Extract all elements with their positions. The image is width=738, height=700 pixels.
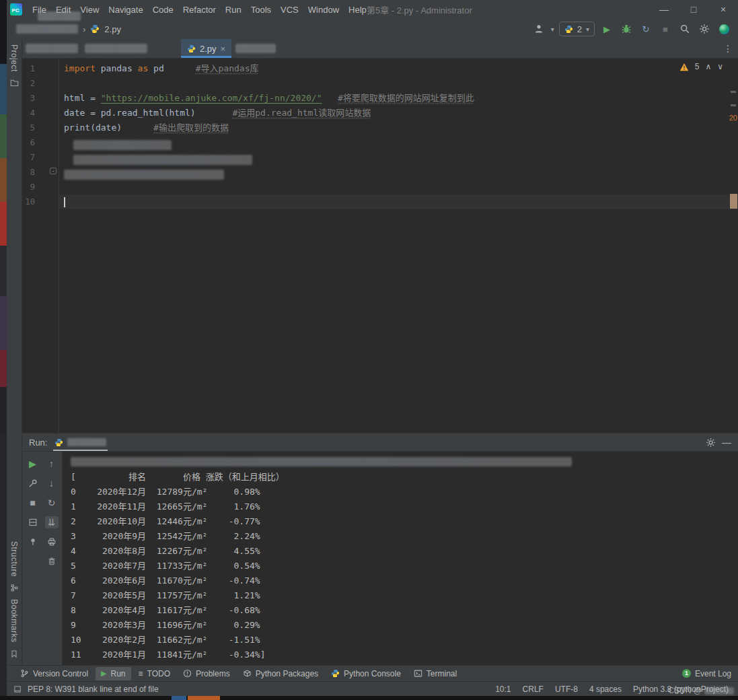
- code-text: html =: [64, 93, 101, 103]
- python-console-icon: [331, 669, 340, 678]
- branch-icon: [20, 669, 29, 678]
- code-redaction: [73, 155, 252, 165]
- code-area[interactable]: import pandas as pd #导入pandas库 html = "h…: [59, 59, 738, 433]
- editor[interactable]: 12345678910 - import pandas as pd #导入pan…: [22, 59, 738, 433]
- watermark-redaction: [704, 687, 734, 695]
- editor-tab-active[interactable]: 2.py ×: [181, 39, 231, 58]
- print-button[interactable]: [45, 536, 59, 548]
- debug-button[interactable]: [619, 22, 634, 36]
- maximize-button[interactable]: □: [679, 0, 708, 19]
- main-toolbar: › 2.py ▾ 2 ▾ ▶ ↻ ■: [7, 19, 738, 39]
- project-tool-label[interactable]: Project: [9, 44, 19, 72]
- console-line: 6 2020年6月 11670元/m² -0.74%: [71, 573, 738, 588]
- gutter[interactable]: 12345678910 -: [22, 59, 59, 433]
- caret-position[interactable]: 10:1: [495, 685, 511, 694]
- window-controls: — □ ×: [649, 0, 738, 19]
- close-button[interactable]: ×: [708, 0, 738, 19]
- menu-item[interactable]: Window: [303, 2, 344, 18]
- up-stack-button[interactable]: ↑: [45, 458, 59, 470]
- menu-item[interactable]: Tools: [246, 2, 276, 18]
- run-config-combo[interactable]: 2 ▾: [559, 22, 595, 36]
- warning-count[interactable]: 5: [695, 62, 700, 71]
- minimize-button[interactable]: —: [649, 0, 679, 19]
- code-line-1: import pandas as pd #导入pandas库: [59, 61, 738, 76]
- console-settings-wrench-icon[interactable]: [26, 477, 40, 489]
- menu-item[interactable]: Refactor: [178, 2, 221, 18]
- tool-tab-version-control[interactable]: Version Control: [15, 667, 94, 680]
- structure-icon[interactable]: [10, 584, 19, 592]
- pycharm-window: PC FileEditViewNavigateCodeRefactorRunTo…: [7, 0, 738, 696]
- code-text: pd: [153, 63, 164, 73]
- tab-redaction: [85, 44, 147, 53]
- run-config-python-icon: [564, 25, 573, 34]
- pin-button[interactable]: [26, 536, 40, 548]
- scrollbar-mark[interactable]: [731, 91, 736, 93]
- code-comment: #将要爬取数据的网站网址复制到此: [338, 93, 474, 103]
- tool-tab-terminal[interactable]: Terminal: [408, 667, 462, 680]
- run-tab[interactable]: [53, 433, 108, 451]
- run-config-name: 2: [577, 24, 582, 34]
- file-encoding[interactable]: UTF-8: [555, 685, 578, 694]
- rerun-button[interactable]: ▶: [26, 458, 40, 470]
- censor-smear: [38, 11, 81, 21]
- scrollbar-mark[interactable]: [731, 104, 736, 106]
- prev-warning-button[interactable]: ∧: [705, 62, 711, 71]
- menu-item[interactable]: Code: [148, 2, 178, 18]
- code-string-url[interactable]: "https://mobile.anjuke.com/xf/fj-nn/2020…: [101, 93, 322, 103]
- structure-tool-label[interactable]: Structure: [9, 541, 19, 577]
- wallpaper-segment: [0, 387, 7, 434]
- breadcrumb-file[interactable]: 2.py: [104, 24, 121, 34]
- console-command-redaction: [71, 457, 572, 466]
- run-minimize-icon[interactable]: —: [722, 437, 731, 448]
- code-line-7: [59, 150, 738, 165]
- profiler-sphere-icon[interactable]: [716, 22, 731, 36]
- tab-close-icon[interactable]: ×: [221, 44, 226, 54]
- user-icon[interactable]: [531, 22, 546, 36]
- search-icon[interactable]: [677, 22, 692, 36]
- tool-tab-python-console[interactable]: Python Console: [326, 667, 406, 680]
- coverage-button[interactable]: ↻: [638, 22, 653, 36]
- todo-icon: ≡: [139, 669, 143, 678]
- run-panel: Run: —: [22, 433, 738, 665]
- scrollbar-thumb[interactable]: [730, 194, 737, 209]
- user-dropdown-caret[interactable]: ▾: [551, 26, 554, 33]
- tool-tab-run[interactable]: ▶ Run: [96, 667, 131, 680]
- console-line: 11 2020年1月 11841元/m² -0.34%]: [71, 648, 738, 662]
- line-number: 8: [24, 165, 35, 180]
- settings-gear-icon[interactable]: [697, 22, 712, 36]
- next-warning-button[interactable]: ∨: [717, 62, 723, 71]
- wallpaper-segment: [0, 158, 7, 202]
- code-text: print(date): [64, 123, 122, 133]
- event-log[interactable]: 1 Event Log: [682, 669, 731, 678]
- console-line: 8 2020年4月 11617元/m² -0.68%: [71, 603, 738, 618]
- indent-style[interactable]: 4 spaces: [589, 685, 622, 694]
- scroll-to-end-button[interactable]: ⇊: [45, 516, 59, 528]
- clear-console-button[interactable]: [45, 555, 59, 567]
- tool-tab-python-packages[interactable]: Python Packages: [237, 667, 324, 680]
- tab-python-icon: [187, 44, 196, 53]
- down-stack-button[interactable]: ↓: [45, 477, 59, 489]
- editor-scrollbar[interactable]: 20: [729, 59, 738, 433]
- status-window-icon[interactable]: [13, 685, 22, 693]
- stop-button: ■: [658, 22, 673, 36]
- run-button[interactable]: ▶: [599, 22, 614, 36]
- line-number: 1: [24, 61, 35, 76]
- wallpaper-segment: [0, 434, 7, 700]
- tool-tab-problems[interactable]: Problems: [178, 667, 235, 680]
- menu-item[interactable]: Navigate: [104, 2, 147, 18]
- console-output[interactable]: [ 排名 价格 涨跌（和上月相比）0 2020年12月 12789元/m² 0.…: [63, 452, 738, 665]
- fold-marker-icon[interactable]: -: [50, 168, 57, 174]
- tool-tab-todo[interactable]: ≡ TODO: [133, 667, 176, 680]
- menu-item[interactable]: Run: [221, 2, 246, 18]
- bookmarks-icon[interactable]: [10, 650, 18, 658]
- wallpaper-segment: [0, 350, 7, 387]
- python-file-icon: [90, 24, 100, 34]
- line-separator[interactable]: CRLF: [523, 685, 544, 694]
- restore-layout-button[interactable]: ↻: [45, 497, 59, 509]
- project-folder-icon[interactable]: [10, 79, 19, 87]
- tab-overflow-icon[interactable]: ⋮: [723, 43, 733, 54]
- bookmarks-tool-label[interactable]: Bookmarks: [9, 599, 19, 643]
- menu-item[interactable]: VCS: [276, 2, 303, 18]
- run-settings-gear-icon[interactable]: [706, 438, 716, 448]
- split-console-button[interactable]: [26, 516, 40, 528]
